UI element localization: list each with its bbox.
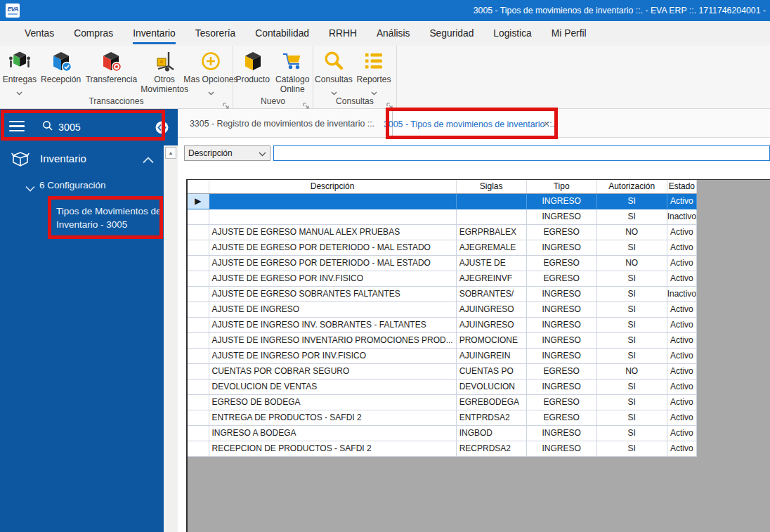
cell-siglas[interactable]: DEVOLUCION (456, 379, 526, 394)
row-selector-cell[interactable] (188, 209, 209, 224)
table-row[interactable]: AJUSTE DE EGRESO POR DETERIODO - MAL EST… (188, 255, 697, 271)
cell-autorización[interactable]: SI (596, 425, 667, 441)
cell-estado[interactable]: Activo (667, 425, 696, 441)
sidebar-item-tipos-movimientos[interactable]: Tipos de Movimientos de Inventario - 300… (56, 205, 167, 234)
cell-descripción[interactable]: AJUSTE DE INGRESO INV. SOBRANTES - FALTA… (209, 317, 456, 332)
dialog-launcher-icon[interactable] (386, 99, 393, 105)
cell-estado[interactable]: Activo (667, 363, 696, 379)
cell-autorización[interactable]: SI (596, 379, 667, 394)
panel-toggle-icon[interactable] (155, 121, 169, 134)
cell-autorización[interactable]: SI (596, 441, 667, 456)
cell-descripción[interactable]: CUENTAS POR COBRAR SEGURO (209, 363, 456, 379)
column-header-siglas[interactable]: Siglas (456, 180, 526, 193)
cell-descripción[interactable]: AJUSTE DE EGRESO SOBRANTES FALTANTES (209, 286, 456, 301)
cell-tipo[interactable]: EGRESO (526, 394, 596, 410)
cell-autorización[interactable]: SI (596, 240, 667, 255)
row-selector-cell[interactable] (188, 394, 209, 410)
cell-tipo[interactable]: INGRESO (526, 240, 596, 255)
row-selector-cell[interactable] (188, 224, 209, 240)
table-row[interactable]: AJUSTE DE EGRESO SOBRANTES FALTANTESSOBR… (188, 286, 697, 301)
cell-siglas[interactable]: ENTPRDSA2 (456, 410, 526, 425)
menu-item-análisis[interactable]: Análisis (367, 21, 420, 46)
row-selector-cell[interactable] (188, 255, 209, 271)
table-row[interactable]: INGRESOSIInactivo (188, 209, 697, 224)
ribbon-button-consultas[interactable]: Consultas (313, 46, 354, 98)
table-row[interactable]: CUENTAS POR COBRAR SEGUROCUENTAS POEGRES… (188, 363, 697, 379)
row-selector-cell[interactable] (188, 379, 209, 394)
cell-descripción[interactable]: RECEPCION DE PRODUCTOS - SAFDI 2 (209, 441, 456, 456)
filter-field-dropdown[interactable]: Descripción (184, 145, 270, 161)
cell-descripción[interactable] (209, 209, 456, 224)
cell-siglas[interactable]: EGRPRBALEX (456, 224, 526, 240)
cell-estado[interactable]: Activo (667, 379, 696, 394)
chevron-down-icon[interactable] (25, 182, 35, 195)
cell-tipo[interactable]: EGRESO (526, 410, 596, 425)
ribbon-button-recepción[interactable]: Recepción (39, 46, 83, 84)
menu-item-contabilidad[interactable]: Contabilidad (245, 21, 319, 46)
row-selector-cell[interactable] (188, 301, 209, 317)
cell-estado[interactable]: Inactivo (667, 286, 696, 301)
cell-estado[interactable]: Activo (667, 301, 696, 317)
cell-tipo[interactable]: INGRESO (526, 193, 596, 209)
filter-value-input[interactable] (273, 145, 770, 161)
cell-estado[interactable]: Activo (667, 441, 696, 456)
cell-tipo[interactable]: INGRESO (526, 286, 596, 301)
sidebar-item-configuracion[interactable]: 6 Configuración (0, 177, 164, 193)
cell-autorización[interactable]: SI (596, 332, 667, 348)
cell-descripción[interactable]: AJUSTE DE EGRESO POR DETERIODO - MAL EST… (209, 240, 456, 255)
cell-tipo[interactable]: EGRESO (526, 224, 596, 240)
cell-tipo[interactable]: INGRESO (526, 379, 596, 394)
cell-siglas[interactable]: PROMOCIONE (456, 332, 526, 348)
cell-estado[interactable]: Activo (667, 317, 696, 332)
table-row[interactable]: AJUSTE DE INGRESOAJUINGRESOINGRESOSIActi… (188, 301, 697, 317)
menu-item-logistica[interactable]: Logistica (483, 21, 541, 46)
cell-autorización[interactable]: NO (596, 224, 667, 240)
cell-autorización[interactable]: SI (596, 209, 667, 224)
cell-autorización[interactable]: SI (596, 193, 667, 209)
cell-tipo[interactable]: INGRESO (526, 301, 596, 317)
cell-descripción[interactable] (209, 193, 456, 209)
cell-autorización[interactable]: SI (596, 317, 667, 332)
table-row[interactable]: AJUSTE DE EGRESO POR INV.FISICOAJEGREINV… (188, 271, 697, 286)
cell-tipo[interactable]: INGRESO (526, 441, 596, 456)
cell-tipo[interactable]: INGRESO (526, 348, 596, 363)
cell-siglas[interactable]: AJEGREMALE (456, 240, 526, 255)
dialog-launcher-icon[interactable] (223, 99, 229, 105)
row-selector-cell[interactable] (188, 332, 209, 348)
ribbon-button-catálogo-online[interactable]: Catálogo Online (273, 46, 313, 94)
cell-estado[interactable]: Inactivo (667, 209, 696, 224)
table-row[interactable]: ENTREGA DE PRODUCTOS - SAFDI 2ENTPRDSA2E… (188, 410, 697, 425)
cell-siglas[interactable]: CUENTAS PO (456, 363, 526, 379)
cell-descripción[interactable]: AJUSTE DE EGRESO MANUAL ALEX PRUEBAS (209, 224, 456, 240)
cell-tipo[interactable]: INGRESO (526, 317, 596, 332)
cell-siglas[interactable]: RECPRDSA2 (456, 441, 526, 456)
cell-descripción[interactable]: ENTREGA DE PRODUCTOS - SAFDI 2 (209, 410, 456, 425)
cell-autorización[interactable]: SI (596, 271, 667, 286)
cell-tipo[interactable]: INGRESO (526, 425, 596, 441)
cell-autorización[interactable]: NO (596, 363, 667, 379)
dialog-launcher-icon[interactable] (303, 99, 309, 105)
column-header-tipo[interactable]: Tipo (526, 180, 596, 193)
cell-tipo[interactable]: EGRESO (526, 255, 596, 271)
cell-siglas[interactable] (456, 193, 526, 209)
cell-estado[interactable]: Activo (667, 240, 696, 255)
cell-descripción[interactable]: DEVOLUCION DE VENTAS (209, 379, 456, 394)
row-selector-cell[interactable] (188, 271, 209, 286)
ribbon-button-producto[interactable]: Producto (233, 46, 273, 84)
cell-descripción[interactable]: AJUSTE DE EGRESO POR DETERIODO - MAL EST… (209, 255, 456, 271)
cell-autorización[interactable]: NO (596, 255, 667, 271)
row-selector-cell[interactable] (188, 348, 209, 363)
row-selector-cell[interactable] (188, 410, 209, 425)
cell-siglas[interactable]: AJUINGREIN (456, 348, 526, 363)
cell-autorización[interactable]: SI (596, 348, 667, 363)
ribbon-button-transferencia[interactable]: Transferencia (83, 46, 141, 84)
menu-item-ventas[interactable]: Ventas (15, 21, 64, 46)
cell-tipo[interactable]: INGRESO (526, 209, 596, 224)
cell-tipo[interactable]: EGRESO (526, 271, 596, 286)
cell-siglas[interactable]: AJUINGRESO (456, 301, 526, 317)
sidebar-item-inventario[interactable]: Inventario (0, 148, 164, 169)
cell-siglas[interactable] (456, 209, 526, 224)
tab-registro-movimientos[interactable]: 3305 - Registro de movimientos de invent… (178, 109, 386, 138)
cell-siglas[interactable]: AJUINGRESO (456, 317, 526, 332)
row-selector-cell[interactable] (188, 317, 209, 332)
